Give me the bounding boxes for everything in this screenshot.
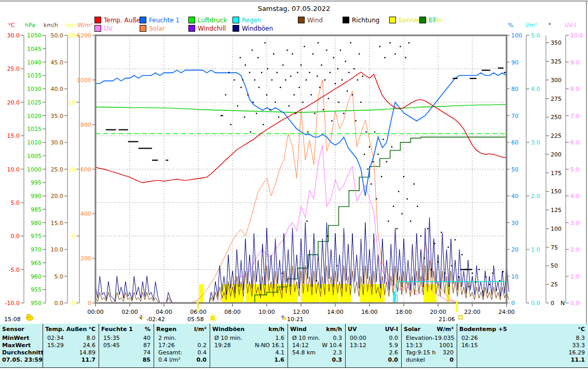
direction-dot [277,72,278,73]
table-cell-value: 0.3 [332,356,343,364]
x-axis-label: 12:00 [293,309,309,315]
axis-tick-label: 9.0 [570,59,580,66]
direction-dot [341,80,343,81]
axis-tick-label: 0.0 [570,300,580,307]
direction-dot [369,146,370,147]
sun-ray [215,320,216,321]
axis-tick-label: 0 [511,300,515,307]
axis-tick-label: 275 [551,96,562,102]
table-cell-value: 320 [443,349,454,356]
table-col-name: Regen [156,326,176,335]
direction-dot [306,220,307,221]
axis-tick-label: 70 [511,113,518,120]
axis-tick-label: 10 [511,273,518,280]
direction-dot [286,49,288,50]
direction-dot [423,258,425,259]
axis-tick-label: 2.0 [570,246,580,253]
table-row-label: MaxWert [2,342,31,349]
table-col-feuchte-1: Feuchte 1%15:354005:45877485 [99,324,154,367]
axis-tick-label: 950 [31,300,42,307]
table-col-unit: % [145,326,151,335]
axis-tick-label: 7.0 [570,113,580,120]
axis-tick-label: 1030 [27,86,42,92]
direction-dot [278,116,279,117]
direction-dot [228,72,229,73]
direction-dot [482,291,483,292]
axis-tick-label: 5.0 [531,32,540,39]
axis-tick-label: 0 [72,300,75,307]
direction-dot [427,228,428,229]
axis-tick-label: 4.0 [531,86,540,92]
direction-dot [348,72,349,73]
sun-disc [211,316,215,320]
direction-dot [306,80,307,81]
sun-ray [210,320,211,321]
direction-dot [441,232,442,233]
axis-tick-label: 5 [72,233,75,240]
x-axis-label: 10:00 [258,309,275,315]
x-axis-label: 02:00 [121,309,138,315]
direction-dot [345,61,346,62]
direction-dot [396,228,398,229]
direction-dot [371,183,372,184]
sun-event-tick [456,301,458,312]
axis-tick-label: 5.0 [11,200,20,206]
direction-dot [333,57,334,58]
direction-dot [357,80,358,81]
direction-dot [376,199,377,200]
axis-tick-label: 1050 [27,32,42,39]
axis-tick-label: 5.0 [54,273,64,280]
moonrise-arrow-icon [281,315,286,320]
table-cell-label: Ø 10 min. [214,335,242,342]
axis-tick-label: 1040 [27,59,42,66]
direction-dot [267,68,268,69]
direction-dot [489,284,490,285]
direction-dot [314,113,315,114]
direction-dot [242,80,243,81]
direction-dot [245,64,246,65]
direction-dot [316,280,317,281]
axis-north-label: N [560,300,565,307]
direction-dot [386,161,387,162]
sun-icon [209,314,217,322]
axis-tick-label: 200 [551,151,562,158]
table-cell-value: 85 [143,356,151,364]
direction-dot [335,83,336,84]
table-cell-value: 16.29 [569,349,585,356]
axis-tick-label: 965 [31,260,42,267]
direction-dot [248,94,249,95]
direction-dot [302,102,303,103]
direction-dot [323,109,324,110]
direction-dot [400,46,401,47]
table-col-unit: km/h [268,326,284,335]
direction-dot [234,80,235,81]
axis-unit-uvi: UV-I [565,22,576,29]
table-cell-label: 13:13 [406,342,422,349]
axis-tick-label: 325 [551,58,562,65]
table-row-label: 07.05. 23:59 [2,356,43,364]
axis-tick-label: 15 [68,99,75,106]
direction-dot [318,42,319,43]
axis-tick-label: 1015 [27,126,42,133]
direction-dot [337,68,338,69]
axis-tick-label: 90 [511,59,518,66]
axis-tick-label: 25.0 [7,65,20,72]
axis-tick-label: 3.0 [531,139,540,146]
direction-dot [458,276,459,278]
direction-dot [340,49,341,50]
axis-tick-label: 10.0 [7,166,20,173]
direction-dot [388,220,389,221]
direction-dot [240,57,241,58]
axis-tick-label: 8.0 [570,86,580,92]
axis-tick-label: 100 [551,226,562,232]
direction-dot [263,124,264,125]
direction-dot [414,183,415,184]
direction-dot [444,273,445,274]
table-cell-value: 0.2 [198,342,207,349]
axis-tick-label: 1000 [77,77,91,84]
direction-dot [280,87,281,88]
sunset-square-icon [459,315,462,319]
sun-ray [210,315,211,316]
table-cell-label: 54.8 km [292,349,316,356]
direction-dot [393,206,394,207]
